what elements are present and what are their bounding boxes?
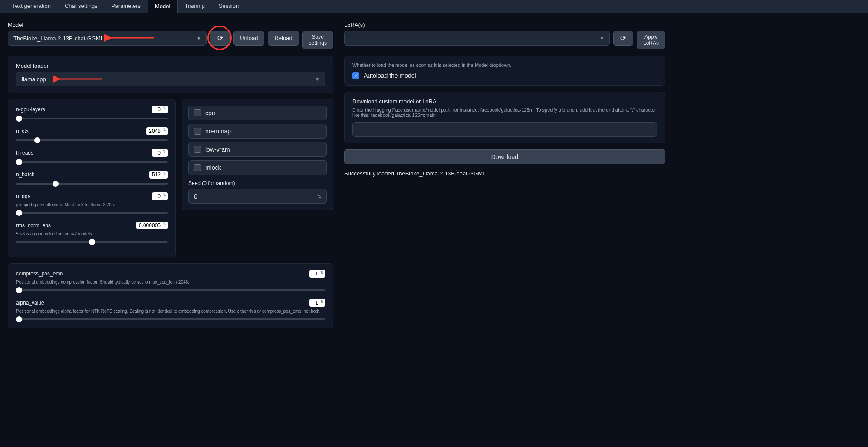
unload-button[interactable]: Unload: [233, 31, 264, 46]
n-gpu-layers-value[interactable]: 0: [152, 106, 168, 113]
autoload-info: Whether to load the model as soon as it …: [352, 63, 657, 68]
n-ctx-value[interactable]: 2048: [146, 127, 168, 135]
chevron-down-icon: ▼: [197, 36, 201, 41]
n-gqa-slider[interactable]: [16, 212, 168, 214]
n-batch-value[interactable]: 512: [149, 171, 168, 179]
rms-norm-eps-desc: 5e-6 is a good value for llama-2 models.: [16, 231, 168, 237]
low-vram-label: low-vram: [205, 146, 230, 153]
loader-label: Model loader: [16, 63, 325, 69]
tab-bar: Text generation Chat settings Parameters…: [0, 0, 868, 13]
no-mmap-label: no-mmap: [205, 128, 231, 135]
autoload-label: Autoload the model: [364, 72, 416, 79]
n-batch-label: n_batch: [16, 172, 35, 178]
refresh-icon: ⟳: [217, 34, 223, 42]
download-desc: Enter the Hugging Face username/model pa…: [352, 107, 657, 118]
rms-norm-eps-label: rms_norm_eps: [16, 222, 51, 228]
seed-label: Seed (0 for random): [188, 180, 235, 186]
compress-pos-emb-slider[interactable]: [16, 289, 325, 291]
autoload-checkbox[interactable]: ✓: [352, 72, 359, 79]
compress-pos-emb-label: compress_pos_emb: [16, 271, 63, 277]
mlock-label: mlock: [205, 164, 221, 171]
download-input[interactable]: [352, 122, 657, 137]
chevron-down-icon: ▼: [315, 77, 319, 82]
apply-loras-button[interactable]: Apply LoRAs: [637, 31, 665, 49]
n-ctx-label: n_ctx: [16, 128, 29, 134]
threads-label: threads: [16, 150, 33, 156]
tab-text-generation[interactable]: Text generation: [5, 0, 58, 13]
save-settings-button[interactable]: Save settings: [302, 31, 333, 49]
reload-button[interactable]: Reload: [268, 31, 299, 46]
download-title: Download custom model or LoRA: [352, 98, 657, 105]
cpu-checkbox-row[interactable]: cpu: [188, 106, 327, 120]
loras-refresh-button[interactable]: ⟳: [613, 31, 633, 46]
tab-chat-settings[interactable]: Chat settings: [58, 0, 105, 13]
n-batch-slider[interactable]: [16, 183, 168, 185]
no-mmap-checkbox-row[interactable]: no-mmap: [188, 124, 327, 139]
rms-norm-eps-slider[interactable]: [16, 241, 168, 243]
mlock-checkbox[interactable]: [194, 164, 201, 171]
model-selected: TheBloke_Llama-2-13B-chat-GGML: [13, 35, 104, 42]
n-gpu-layers-slider[interactable]: [16, 118, 168, 119]
loader-selected: llama.cpp: [22, 76, 46, 83]
seed-input[interactable]: 0: [188, 189, 327, 204]
compress-pos-emb-value[interactable]: 1: [309, 270, 325, 278]
n-gqa-desc: grouped-query attention. Must be 8 for l…: [16, 202, 168, 208]
n-gqa-value[interactable]: 0: [152, 192, 168, 200]
alpha-value-slider[interactable]: [16, 318, 325, 320]
tab-session[interactable]: Session: [212, 0, 246, 13]
threads-slider[interactable]: [16, 161, 168, 163]
chevron-down-icon: ▼: [600, 36, 604, 41]
no-mmap-checkbox[interactable]: [194, 128, 201, 135]
model-refresh-button[interactable]: ⟳: [210, 31, 230, 46]
low-vram-checkbox[interactable]: [194, 146, 201, 153]
n-ctx-slider[interactable]: [16, 139, 168, 141]
tab-parameters[interactable]: Parameters: [105, 0, 148, 13]
n-gpu-layers-label: n-gpu-layers: [16, 106, 45, 113]
cpu-label: cpu: [205, 109, 215, 116]
status-message: Successfully loaded TheBloke_Llama-2-13B…: [344, 170, 665, 177]
alpha-value-desc: Positional embeddings alpha factor for N…: [16, 308, 325, 314]
download-button[interactable]: Download: [344, 149, 665, 164]
loras-label: LoRA(s): [344, 22, 665, 28]
compress-pos-emb-desc: Positional embeddings compression factor…: [16, 279, 325, 285]
model-dropdown[interactable]: TheBloke_Llama-2-13B-chat-GGML ▼: [8, 31, 207, 46]
loras-dropdown[interactable]: ▼: [344, 31, 610, 46]
rms-norm-eps-value[interactable]: 0.000005: [136, 222, 168, 229]
tab-model[interactable]: Model: [148, 0, 178, 13]
refresh-icon: ⟳: [620, 34, 626, 42]
mlock-checkbox-row[interactable]: mlock: [188, 160, 327, 175]
alpha-value-label: alpha_value: [16, 300, 44, 306]
cpu-checkbox[interactable]: [194, 109, 201, 116]
threads-value[interactable]: 0: [152, 149, 168, 157]
n-gqa-label: n_gqa: [16, 193, 30, 199]
tab-training[interactable]: Training: [178, 0, 211, 13]
model-label: Model: [8, 22, 333, 28]
loader-dropdown[interactable]: llama.cpp ▼: [16, 72, 325, 86]
alpha-value-value[interactable]: 1: [309, 299, 325, 307]
low-vram-checkbox-row[interactable]: low-vram: [188, 142, 327, 157]
